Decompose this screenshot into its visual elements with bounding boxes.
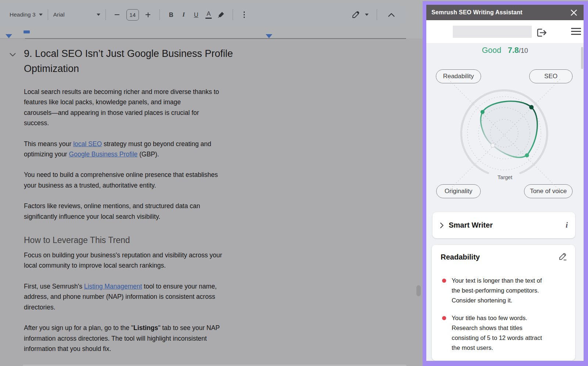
info-icon[interactable]: i bbox=[566, 221, 568, 230]
font-selector[interactable]: Arial bbox=[53, 11, 100, 18]
right-indent-marker[interactable] bbox=[266, 34, 272, 38]
doc-paragraph: Factors like reviews, online mentions, a… bbox=[24, 201, 277, 222]
heading-collapse-control[interactable] bbox=[10, 52, 16, 58]
semrush-panel-highlight-border: Semrush SEO Writing Assistant bbox=[423, 1, 588, 366]
more-options-button[interactable] bbox=[238, 8, 251, 21]
close-button[interactable] bbox=[569, 8, 578, 17]
listing-management-link[interactable]: Listing Management bbox=[84, 283, 142, 290]
pencil-icon bbox=[558, 252, 567, 261]
font-size-increase-button[interactable] bbox=[142, 8, 154, 21]
editing-mode-selector[interactable] bbox=[352, 11, 369, 19]
issue-dot-icon bbox=[442, 279, 446, 283]
originality-dot bbox=[491, 144, 495, 148]
doc-paragraph: After you sign up for a plan, go to the … bbox=[24, 323, 277, 354]
underline-button[interactable]: U bbox=[190, 8, 202, 21]
toolbar-divider bbox=[105, 9, 106, 20]
export-icon bbox=[537, 28, 548, 37]
toolbar-divider bbox=[233, 9, 233, 20]
doc-subheading: How to Leverage This Trend bbox=[24, 235, 277, 246]
chevron-down-icon bbox=[97, 14, 100, 16]
panel-toolrow bbox=[426, 20, 584, 43]
panel-scrollbar[interactable] bbox=[581, 47, 583, 69]
bold-button[interactable]: B bbox=[165, 8, 178, 21]
semrush-panel: Semrush SEO Writing Assistant bbox=[426, 5, 584, 361]
minus-icon bbox=[115, 14, 119, 15]
menu-button[interactable] bbox=[571, 28, 581, 35]
chevron-right-icon bbox=[440, 222, 444, 228]
hide-menus-button[interactable] bbox=[385, 8, 398, 21]
pen-icon bbox=[352, 11, 360, 19]
target-label: Target bbox=[498, 174, 512, 180]
chevron-up-icon bbox=[388, 13, 395, 17]
left-indent-marker[interactable] bbox=[6, 34, 12, 38]
hamburger-icon bbox=[571, 28, 581, 29]
toolbar-divider bbox=[159, 9, 160, 20]
panel-body: Good 7.8/10 Readability SEO Originality … bbox=[426, 43, 584, 361]
chevron-down-icon bbox=[365, 14, 369, 16]
plus-icon bbox=[146, 12, 150, 17]
score-blob-fill bbox=[481, 101, 537, 157]
toolbar-divider bbox=[377, 9, 377, 20]
smart-writer-label: Smart Writer bbox=[449, 221, 493, 229]
doc-paragraph: Focus on building your business's reputa… bbox=[24, 250, 277, 271]
paragraph-style-selector[interactable]: Heading 3 bbox=[10, 11, 43, 18]
edit-button[interactable] bbox=[558, 252, 567, 262]
toolbar-divider bbox=[48, 9, 48, 20]
doc-paragraph: This means your local SEO strategy must … bbox=[24, 139, 277, 160]
close-icon bbox=[570, 9, 577, 16]
doc-paragraph: First, use Semrush's Listing Management … bbox=[24, 281, 277, 312]
local-seo-link[interactable]: local SEO bbox=[73, 140, 102, 148]
text-color-button[interactable]: A bbox=[202, 8, 215, 21]
first-line-indent-marker[interactable] bbox=[24, 30, 30, 33]
score-denominator: /10 bbox=[519, 47, 528, 54]
doc-paragraph: Local search results are becoming richer… bbox=[24, 87, 277, 128]
text-color-icon: A bbox=[205, 11, 212, 19]
kebab-menu-icon bbox=[238, 11, 251, 18]
overall-score: Good 7.8/10 bbox=[426, 46, 584, 55]
doc-paragraph: You need to build a comprehensive online… bbox=[24, 170, 277, 191]
readability-issue: Your text is longer than the text of the… bbox=[442, 276, 562, 305]
highlighter-icon bbox=[218, 11, 225, 18]
issue-dot-icon bbox=[442, 316, 446, 320]
font-size-input[interactable]: 14 bbox=[126, 9, 139, 21]
chevron-down-icon bbox=[10, 53, 16, 57]
chevron-down-icon bbox=[39, 14, 43, 16]
export-button[interactable] bbox=[537, 28, 548, 36]
panel-header: Semrush SEO Writing Assistant bbox=[426, 5, 584, 20]
smart-writer-card[interactable]: Smart Writer i bbox=[433, 212, 575, 238]
docs-toolbar: Heading 3 Arial 14 B I U A bbox=[0, 4, 407, 26]
document-scrollbar[interactable] bbox=[416, 285, 421, 296]
ruler-line bbox=[0, 38, 25, 39]
highlight-button[interactable] bbox=[215, 8, 227, 21]
paragraph-style-value: Heading 3 bbox=[10, 11, 36, 18]
app-root: Heading 3 Arial 14 B I U A bbox=[0, 0, 588, 366]
readability-card: Readability Your text is longer than the… bbox=[432, 245, 575, 360]
font-value: Arial bbox=[53, 11, 65, 18]
google-business-profile-link[interactable]: Google Business Profile bbox=[69, 151, 138, 158]
seo-dot bbox=[529, 105, 534, 109]
next-element-edge bbox=[23, 365, 406, 366]
document-title-redacted bbox=[453, 26, 532, 38]
font-size-decrease-button[interactable] bbox=[111, 8, 123, 21]
tone-of-voice-dot bbox=[525, 153, 529, 157]
doc-heading: 9. Local SEO Isn’t Just Google Business … bbox=[24, 46, 277, 76]
readability-dot bbox=[481, 110, 485, 114]
document-text[interactable]: 9. Local SEO Isn’t Just Google Business … bbox=[24, 43, 277, 354]
score-value: 7.8 bbox=[508, 46, 519, 55]
ruler-line bbox=[25, 38, 406, 39]
italic-button[interactable]: I bbox=[178, 8, 190, 21]
score-wheel-chart: Target bbox=[445, 76, 563, 194]
panel-title: Semrush SEO Writing Assistant bbox=[431, 9, 523, 16]
readability-issue: Your title has too few words. Research s… bbox=[442, 313, 562, 353]
score-label: Good bbox=[482, 46, 501, 55]
docs-editor: Heading 3 Arial 14 B I U A bbox=[0, 0, 423, 366]
readability-card-title: Readability bbox=[441, 253, 480, 261]
